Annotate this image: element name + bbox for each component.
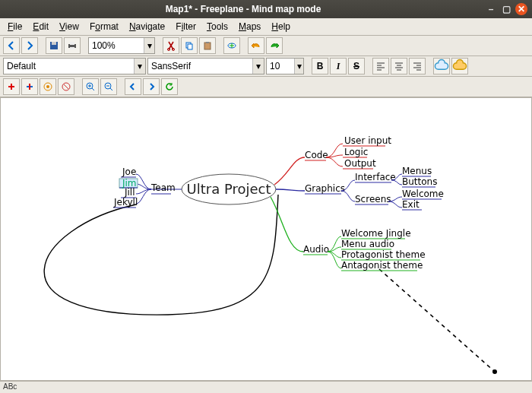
svg-rect-8: [188, 44, 192, 49]
titlebar: Map1* - Freeplane - Mind map mode – ▢ ✕: [0, 0, 532, 18]
window-title: Map1* - Freeplane - Mind map mode: [5, 4, 482, 14]
close-button[interactable]: ✕: [515, 3, 527, 15]
menu-maps[interactable]: Maps: [234, 20, 265, 33]
svg-rect-1: [52, 42, 56, 45]
node-root-label: Ultra Project: [187, 181, 271, 197]
align-left-button[interactable]: [372, 58, 389, 74]
cloud-color-button[interactable]: [451, 58, 468, 74]
node-screens-1[interactable]: Exit: [402, 199, 420, 210]
svg-rect-10: [206, 42, 209, 43]
menu-format[interactable]: Format: [85, 20, 123, 33]
node-audio-0[interactable]: Welcome Jingle: [341, 228, 411, 239]
mindmap-canvas[interactable]: Ultra Project Team Joe Jim Jill Jekyll C…: [0, 97, 532, 381]
chevron-down-icon[interactable]: ▾: [134, 59, 145, 74]
redo-button[interactable]: [266, 37, 283, 54]
undo-button[interactable]: [248, 37, 264, 54]
minimize-button[interactable]: –: [485, 3, 497, 15]
node-graphics[interactable]: Graphics: [305, 183, 345, 194]
svg-point-17: [492, 369, 497, 374]
menubar: File Edit View Format Navigate Filter To…: [0, 18, 532, 36]
menu-tools[interactable]: Tools: [202, 20, 233, 33]
node-code[interactable]: Code: [305, 150, 328, 160]
save-button[interactable]: [46, 37, 62, 54]
node-team-0[interactable]: Joe: [122, 166, 136, 177]
refresh-icon[interactable]: [161, 78, 178, 95]
node-interface-1[interactable]: Buttons: [402, 176, 437, 187]
toolbar-main: ▾: [0, 36, 532, 56]
node-code-0[interactable]: User input: [344, 135, 391, 146]
node-screens[interactable]: Screens: [355, 194, 391, 204]
fontsize-combo[interactable]: ▾: [266, 58, 304, 74]
svg-point-13: [46, 85, 49, 88]
filter-remove-icon[interactable]: [21, 78, 38, 95]
filter-edit-icon[interactable]: [40, 78, 56, 95]
nav-fwd-icon[interactable]: [143, 78, 160, 95]
paste-button[interactable]: [199, 37, 216, 54]
strike-button[interactable]: S: [348, 58, 365, 74]
node-audio-2[interactable]: Protagonist theme: [341, 249, 426, 260]
zoom-input[interactable]: [92, 39, 144, 52]
node-code-1[interactable]: Logic: [344, 147, 368, 157]
menu-file[interactable]: File: [3, 20, 27, 33]
prev-map-button[interactable]: [3, 37, 20, 54]
italic-button[interactable]: I: [330, 58, 347, 74]
node-audio-3[interactable]: Antagonist theme: [341, 260, 423, 271]
node-interface[interactable]: Interface: [355, 172, 396, 182]
filter-clear-icon[interactable]: [58, 78, 74, 95]
align-right-button[interactable]: [409, 58, 426, 74]
zoom-combo[interactable]: ▾: [88, 37, 155, 54]
cloud-button[interactable]: [433, 58, 450, 74]
status-text: ABc: [3, 382, 17, 391]
next-map-button[interactable]: [21, 37, 38, 54]
svg-rect-9: [204, 43, 211, 49]
toolbar-format: ▾ ▾ ▾ B I S: [0, 56, 532, 77]
node-team-3[interactable]: Jekyll: [113, 197, 138, 208]
print-button[interactable]: [64, 37, 81, 54]
font-combo[interactable]: ▾: [147, 58, 264, 74]
filter-add-icon[interactable]: [3, 78, 20, 95]
svg-rect-3: [70, 42, 74, 45]
node-team[interactable]: Team: [150, 182, 176, 193]
node-team-2[interactable]: Jill: [124, 187, 135, 198]
style-combo[interactable]: ▾: [3, 58, 146, 74]
cut-button[interactable]: [163, 37, 179, 54]
node-screens-0[interactable]: Welcome: [402, 189, 444, 199]
node-audio[interactable]: Audio: [303, 244, 329, 255]
align-center-button[interactable]: [391, 58, 407, 74]
chevron-down-icon[interactable]: ▾: [252, 59, 264, 74]
node-audio-1[interactable]: Menu audio: [341, 239, 394, 249]
toolbar-filter: [0, 77, 532, 97]
zoom-in-icon[interactable]: [82, 78, 99, 95]
app-window: Map1* - Freeplane - Mind map mode – ▢ ✕ …: [0, 0, 532, 393]
chevron-down-icon[interactable]: ▾: [144, 38, 154, 53]
zoom-out-icon[interactable]: [100, 78, 117, 95]
style-input[interactable]: [7, 59, 134, 73]
svg-rect-4: [70, 47, 74, 49]
font-input[interactable]: [151, 59, 252, 73]
node-code-2[interactable]: Output: [344, 158, 376, 169]
menu-filter[interactable]: Filter: [171, 20, 201, 33]
chevron-down-icon[interactable]: ▾: [294, 59, 303, 74]
mindmap-svg: Ultra Project Team Joe Jim Jill Jekyll C…: [1, 98, 532, 381]
menu-navigate[interactable]: Navigate: [125, 20, 169, 33]
maximize-button[interactable]: ▢: [500, 3, 512, 15]
nav-back-icon[interactable]: [125, 78, 141, 95]
bold-button[interactable]: B: [312, 58, 328, 74]
new-node-button[interactable]: [223, 37, 240, 54]
menu-edit[interactable]: Edit: [28, 20, 53, 33]
menu-help[interactable]: Help: [267, 20, 295, 33]
menu-view[interactable]: View: [55, 20, 84, 33]
node-interface-0[interactable]: Menus: [402, 166, 432, 176]
fontsize-input[interactable]: [270, 59, 294, 73]
statusbar: ABc: [0, 381, 532, 393]
copy-button[interactable]: [181, 37, 198, 54]
